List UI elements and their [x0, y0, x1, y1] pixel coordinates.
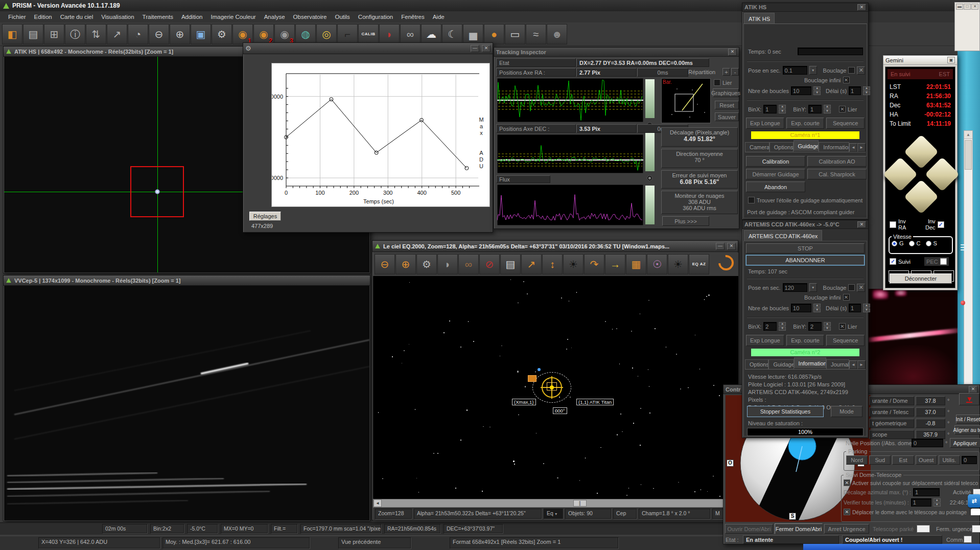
pose-dropdown-icon[interactable]: ▼: [809, 283, 817, 292]
sky-goto-icon[interactable]: →: [605, 254, 625, 274]
calibration-ao-button[interactable]: Calibration AO: [807, 156, 867, 167]
atik-tab-options[interactable]: Options: [769, 142, 794, 152]
nelle-position-input[interactable]: 0: [912, 439, 943, 447]
boucles-input[interactable]: 10: [791, 86, 811, 95]
calibration-button[interactable]: Calibration: [746, 156, 805, 167]
sky-rotate-icon[interactable]: ↷: [584, 254, 604, 274]
arret-urgence-button[interactable]: Arret Urgence: [824, 524, 869, 534]
bin-lier-checkbox[interactable]: ✕: [839, 106, 846, 112]
biny-input[interactable]: 1: [808, 105, 822, 113]
reset-button[interactable]: Reset: [715, 101, 739, 109]
menu-addition[interactable]: Addition: [177, 12, 207, 21]
lier-checkbox[interactable]: [714, 79, 720, 86]
appliquer-button[interactable]: Appliquer: [950, 438, 980, 448]
boucles-stepper[interactable]: ▲▼: [813, 304, 821, 312]
menu-outils[interactable]: Outils: [331, 12, 354, 21]
parking-est-button[interactable]: Est: [892, 455, 914, 465]
verifier-input[interactable]: 1: [911, 498, 931, 507]
demarrer-guidage-button[interactable]: Démarrer Guidage: [746, 169, 805, 179]
bouclage-infini-checkbox[interactable]: ✕: [843, 294, 850, 301]
bouclage-x-button[interactable]: ✕: [857, 66, 865, 75]
artemis-tab-options[interactable]: Options: [745, 359, 768, 369]
maximize-icon[interactable]: □: [964, 4, 971, 10]
exp-longue-button[interactable]: Exp Longue: [746, 335, 784, 346]
close-icon[interactable]: ✕: [969, 386, 977, 393]
sky-flip-icon[interactable]: ↕: [542, 254, 563, 274]
close-icon[interactable]: ✕: [971, 4, 978, 10]
parking-sud-button[interactable]: Sud: [869, 455, 891, 465]
south-button[interactable]: [904, 179, 939, 214]
biny-input[interactable]: 2: [808, 322, 822, 331]
system-menu-icon[interactable]: ▣: [947, 57, 955, 63]
speed-radio-g[interactable]: G: [892, 240, 904, 246]
fermer-dome-button[interactable]: Fermer Dome/Abri: [775, 523, 823, 534]
copy-icon[interactable]: ⊞: [44, 24, 64, 44]
exp-courte-button[interactable]: Exp. courte: [786, 118, 825, 129]
repartition-zoom-out-button[interactable]: -: [731, 68, 739, 76]
wave-icon[interactable]: ≈: [526, 24, 546, 44]
vvcep-canvas[interactable]: [4, 286, 369, 520]
decalage-azimutal-input[interactable]: 1: [913, 488, 940, 496]
menu-imagerie-couleur[interactable]: Imagerie Couleur: [206, 12, 260, 21]
bouclage-checkbox[interactable]: [848, 67, 855, 74]
histogram-icon[interactable]: ▅: [463, 24, 483, 44]
pose-input[interactable]: 120: [783, 283, 807, 292]
suivi-checkbox[interactable]: ✓: [890, 258, 896, 265]
deplacer-checkbox[interactable]: ✕: [844, 509, 850, 515]
bin-lier-checkbox[interactable]: ✕: [839, 323, 846, 330]
tracking-titlebar[interactable]: Tracking Inspector ✕: [494, 48, 739, 57]
west-button[interactable]: [883, 157, 918, 192]
artemis-tab-journal[interactable]: Journal: [826, 359, 849, 369]
open-image-icon[interactable]: ◧: [2, 24, 22, 44]
binx-stepper[interactable]: ▲▼: [779, 105, 786, 113]
minimize-icon[interactable]: —: [716, 243, 725, 250]
scroll-up-icon[interactable]: ▲: [964, 131, 972, 139]
sky-eqaz-icon[interactable]: EQ AZ: [689, 254, 709, 274]
bouclage-checkbox[interactable]: [848, 284, 855, 291]
frame-select[interactable]: Eq ▼: [544, 509, 563, 519]
gears-icon[interactable]: ⚙: [212, 24, 232, 44]
binx-input[interactable]: 1: [763, 105, 777, 113]
artemis-tab-guidage[interactable]: Guidage: [768, 359, 794, 369]
cloud-icon[interactable]: ☁: [421, 24, 441, 44]
skymap-titlebar[interactable]: Le ciel EQ.2000, Zoom=128, Alpha= 21h56m…: [372, 241, 738, 252]
binx-stepper[interactable]: ▲▼: [779, 322, 786, 331]
hook-icon[interactable]: ⌐: [337, 24, 358, 44]
sky-center-icon[interactable]: ☀: [563, 254, 584, 274]
sauver-button[interactable]: Sauver: [715, 112, 739, 121]
pec-checkbox[interactable]: [940, 258, 947, 265]
sky-zoom-in-icon[interactable]: ⊕: [395, 254, 416, 274]
menu-carte-du-ciel[interactable]: Carte du ciel: [56, 12, 98, 21]
mode-button[interactable]: Mode: [831, 406, 862, 417]
close-icon[interactable]: ✕: [727, 243, 736, 250]
preview-icon[interactable]: ▣: [191, 24, 211, 44]
graphiques-button[interactable]: Graphiques: [713, 88, 739, 97]
sky-ephemeris-icon[interactable]: ▦: [626, 254, 646, 274]
artemis-tabs-right-icon[interactable]: ►: [857, 360, 866, 369]
teamviewer-icon[interactable]: ⇄: [968, 494, 980, 508]
aligner-button[interactable]: Aligner au te: [954, 425, 980, 434]
boucles-input[interactable]: 10: [791, 304, 811, 312]
menu-visualisation[interactable]: Visualisation: [97, 12, 138, 21]
verifier-stepper[interactable]: ▲▼: [934, 498, 941, 507]
menu-edition[interactable]: Edition: [30, 12, 56, 21]
zoom-out-icon[interactable]: ⊖: [149, 24, 169, 44]
close-icon[interactable]: ✕: [857, 4, 866, 11]
sky-dome-icon[interactable]: ◗: [437, 254, 458, 274]
biny-stepper[interactable]: ▲▼: [824, 322, 831, 331]
repartition-zoom-in-button[interactable]: +: [722, 68, 730, 76]
abandonner-button[interactable]: ABANDONNER: [746, 255, 865, 265]
speed-radio-c[interactable]: C: [909, 240, 921, 246]
chart-titlebar[interactable]: ⚙ — ✕: [243, 43, 493, 54]
background-scrollbar[interactable]: ▲: [964, 130, 973, 384]
chevron-down-icon[interactable]: ▼: [553, 512, 558, 516]
menu-fichier[interactable]: Fichier: [4, 12, 30, 21]
filter-wheel-icon[interactable]: ◍: [295, 24, 316, 44]
artemis-titlebar[interactable]: ARTEMIS CCD ATIK-460ex -> -5.0°C ✕: [742, 220, 868, 229]
close-icon[interactable]: ✕: [728, 49, 737, 56]
close-icon[interactable]: ✕: [857, 221, 866, 228]
abandon-button[interactable]: Abandon: [746, 181, 805, 192]
goto-azimuth-button[interactable]: ▼: [959, 393, 979, 405]
init-reset-button[interactable]: Init / Reset: [956, 415, 980, 424]
menu-fenêtres[interactable]: Fenêtres: [397, 12, 428, 21]
